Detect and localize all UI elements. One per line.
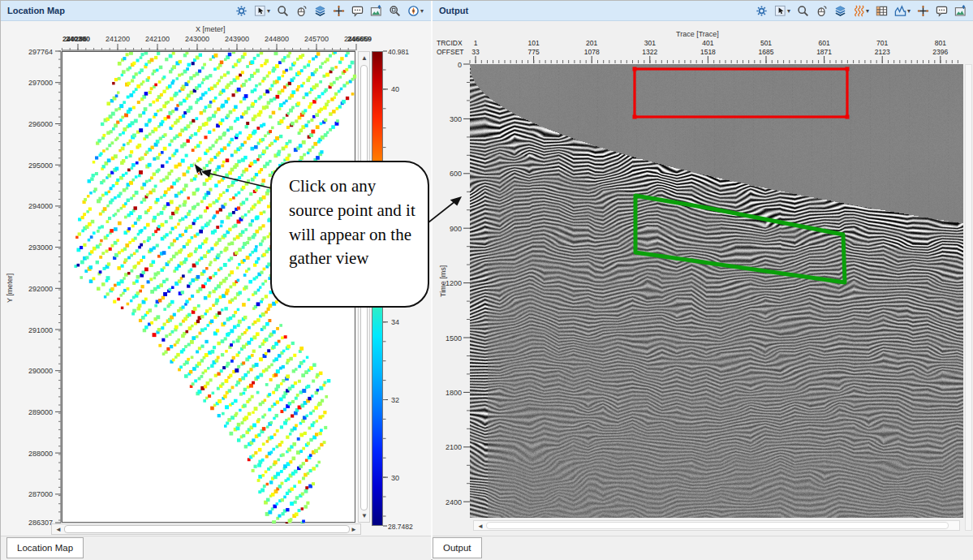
trcidx-value: 801 <box>935 39 946 47</box>
comment-icon[interactable] <box>936 5 948 17</box>
trcidx-value: 301 <box>644 39 656 47</box>
gather-vertical-scrollbar[interactable] <box>965 64 972 531</box>
zoom-icon[interactable] <box>797 5 809 17</box>
scroll-down-arrow[interactable]: ▼ <box>361 513 368 519</box>
colorbar-tick-label: 40 <box>391 85 399 93</box>
trcidx-value: 401 <box>702 39 713 47</box>
dropdown-arrow-icon[interactable]: ▾ <box>866 7 869 15</box>
crosshair-pick-icon[interactable] <box>917 5 929 17</box>
output-tabbar: Output <box>433 536 973 560</box>
location-map-panel: Location Map ▾▾ X [meter] 24030024120024… <box>1 1 431 560</box>
tab-location-map[interactable]: Location Map <box>6 537 84 558</box>
offset-value: 1685 <box>759 48 774 56</box>
time-axis-ticks <box>433 1 470 536</box>
colorbar-tick-label: 30 <box>391 474 399 482</box>
offset-value: 1518 <box>700 48 716 56</box>
offset-value: 1871 <box>816 48 832 56</box>
location-map-tabbar: Location Map <box>1 536 431 560</box>
scroll-right-arrow[interactable]: ► <box>351 527 357 533</box>
scroll-left-arrow[interactable]: ◄ <box>55 527 62 533</box>
table-grid-icon[interactable] <box>876 5 888 17</box>
colorbar-min-label: 28.7482 <box>388 523 413 531</box>
offset-value: 1322 <box>642 48 657 56</box>
dropdown-arrow-icon[interactable]: ▾ <box>907 7 911 15</box>
dropdown-arrow-icon[interactable]: ▾ <box>787 7 790 15</box>
scrollbar-thumb[interactable] <box>64 525 350 533</box>
output-panel: Output ▾▾▾ Trace [Trace] TRCIDX OFFSET 1… <box>433 1 973 560</box>
tab-output[interactable]: Output <box>433 537 482 558</box>
trcidx-value: 701 <box>876 39 888 47</box>
offset-value: 775 <box>528 48 540 56</box>
scroll-up-arrow[interactable]: ▲ <box>361 55 368 62</box>
map-horizontal-scrollbar[interactable]: ◄ ► <box>51 523 361 535</box>
scrollbar-thumb[interactable] <box>486 522 949 529</box>
output-titlebar: Output ▾▾▾ <box>433 1 973 21</box>
trcidx-value: 601 <box>819 39 830 47</box>
histogram-icon[interactable]: ▾ <box>894 5 911 17</box>
wiggle-display-icon[interactable]: ▾ <box>853 5 869 17</box>
output-toolbar: ▾▾▾ <box>756 5 973 17</box>
export-image-icon[interactable] <box>954 5 967 17</box>
offset-value: 2396 <box>932 48 948 56</box>
trcidx-value: 501 <box>760 39 772 47</box>
offset-value: 2123 <box>875 48 890 56</box>
offset-value: 1078 <box>584 48 600 56</box>
scroll-left-arrow[interactable]: ◄ <box>477 523 484 530</box>
trcidx-value: 1 <box>474 39 478 47</box>
gather-horizontal-scrollbar[interactable]: ◄ <box>473 520 960 531</box>
layers-icon[interactable] <box>834 5 846 17</box>
pan-mouse-icon[interactable] <box>816 5 828 17</box>
trace-axis-title: Trace [Trace] <box>676 30 719 38</box>
y-axis-ticks <box>1 1 62 536</box>
trcidx-value: 101 <box>528 39 540 47</box>
trace-header: Trace [Trace] TRCIDX OFFSET 110120130140… <box>433 21 973 64</box>
seismic-image[interactable] <box>470 64 963 518</box>
callout-text: Click on any source point and it will ap… <box>289 176 415 268</box>
colorbar-tick-label: 34 <box>391 318 399 326</box>
app-window: Location Map ▾▾ X [meter] 24030024120024… <box>0 0 973 560</box>
callout-bubble: Click on any source point and it will ap… <box>270 161 429 308</box>
trace-axis-ticks <box>433 56 973 64</box>
colorbar-max-label: 40.981 <box>388 48 409 56</box>
offset-value: 33 <box>471 48 479 56</box>
x-axis-ticks <box>1 1 431 51</box>
seismic-gather-view[interactable] <box>470 64 963 518</box>
trcidx-value: 201 <box>586 39 597 47</box>
select-mode-icon[interactable]: ▾ <box>774 5 790 17</box>
settings-gear-icon[interactable] <box>756 5 768 17</box>
colorbar-tick-label: 32 <box>391 396 399 404</box>
